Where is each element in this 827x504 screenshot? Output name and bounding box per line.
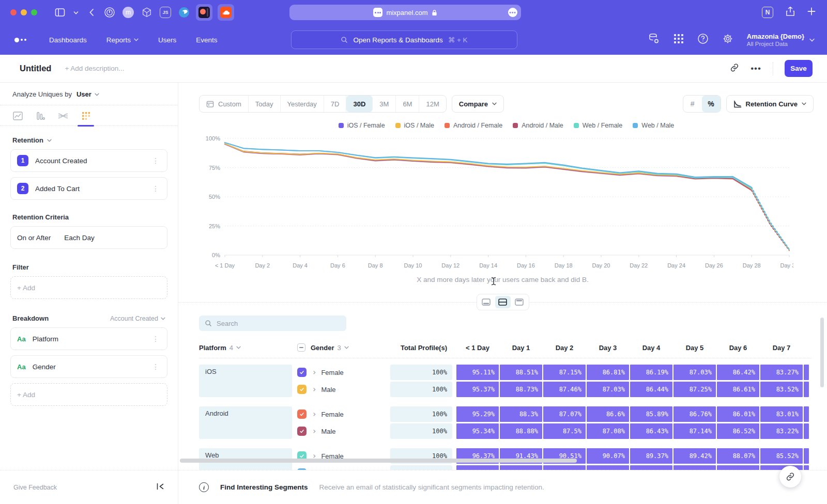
patreon-icon[interactable] (196, 4, 212, 21)
nav-dashboards[interactable]: Dashboards (49, 36, 87, 44)
report-title[interactable]: Untitled (20, 64, 51, 73)
kebab-menu-icon[interactable]: ⋮ (150, 156, 161, 165)
retention-step-1[interactable]: 1 Account Created ⋮ (10, 149, 167, 172)
tab-flows[interactable] (52, 106, 74, 125)
retention-step-2[interactable]: 2 Added To Cart ⋮ (10, 177, 167, 200)
notion-icon[interactable]: N (762, 7, 773, 18)
gender-column-header[interactable]: Gender 3 (297, 343, 390, 352)
settings-gear-icon[interactable] (722, 33, 733, 46)
day-column-header[interactable]: Day 2 (543, 344, 586, 352)
row-checkbox[interactable] (297, 385, 307, 394)
day-column-header[interactable]: Day 4 (630, 344, 672, 352)
retention-section-header[interactable]: Retention (12, 136, 165, 144)
table-search-input[interactable]: Search (199, 316, 346, 331)
url-bar[interactable]: mixpanel.com ••• (289, 5, 521, 20)
range-yesterday[interactable]: Yesterday (281, 96, 324, 112)
js-icon[interactable]: JS (159, 6, 172, 19)
legend-ios-male[interactable]: iOS / Male (395, 121, 434, 130)
retention-criteria-card[interactable]: On or After Each Day (10, 226, 167, 249)
new-tab-icon[interactable] (807, 7, 816, 18)
collapse-sidebar-icon[interactable] (156, 483, 164, 492)
analyze-uniques-row[interactable]: Analyze Uniques by User (0, 83, 178, 105)
minimize-window-icon[interactable] (21, 9, 27, 15)
chevron-down-icon[interactable] (73, 11, 79, 14)
range-12m[interactable]: 12M (419, 96, 446, 112)
m-avatar-icon[interactable]: m (121, 6, 135, 19)
nav-users[interactable]: Users (158, 36, 176, 44)
kebab-menu-icon[interactable]: ⋮ (150, 335, 161, 343)
mixpanel-logo[interactable] (14, 38, 26, 42)
share-icon[interactable] (786, 6, 795, 19)
layout-chart-only-button[interactable] (479, 296, 494, 308)
global-search[interactable]: Open Reports & Dashboards ⌘ + K (291, 30, 517, 49)
range-30d[interactable]: 30D (346, 96, 373, 112)
soundcloud-icon[interactable] (218, 4, 234, 21)
share-link-fab[interactable] (779, 466, 801, 487)
legend-web-male[interactable]: Web / Male (633, 121, 674, 130)
day-column-header[interactable]: Day 6 (717, 344, 759, 352)
layout-split-button[interactable] (495, 296, 511, 308)
day-column-header[interactable]: Day 7 (760, 344, 803, 352)
day-column-header[interactable]: Day 3 (587, 344, 629, 352)
save-button[interactable]: Save (785, 60, 813, 77)
kebab-menu-icon[interactable]: ⋮ (150, 184, 161, 193)
expand-row-chevron-icon[interactable]: › (313, 427, 316, 435)
row-checkbox[interactable] (297, 468, 307, 470)
onepassword-icon[interactable] (103, 6, 116, 19)
more-options-icon[interactable]: ••• (751, 64, 761, 74)
tab-funnels[interactable] (29, 106, 52, 125)
range-custom[interactable]: Custom (200, 96, 249, 112)
horizontal-scrollbar[interactable] (180, 459, 577, 463)
expand-row-chevron-icon[interactable]: › (313, 385, 316, 393)
layout-table-only-button[interactable] (512, 296, 527, 308)
site-options-icon[interactable]: ••• (508, 8, 517, 17)
day-column-header[interactable]: < 1 Day (456, 344, 499, 352)
maximize-window-icon[interactable] (31, 9, 37, 15)
org-switcher[interactable]: Amazonia {Demo} All Project Data (747, 33, 815, 48)
tab-retention[interactable] (74, 106, 97, 125)
help-icon[interactable] (697, 33, 709, 46)
expand-row-chevron-icon[interactable]: › (313, 410, 316, 418)
row-checkbox[interactable] (297, 410, 307, 419)
breakdown-gender[interactable]: Aa Gender ⋮ (10, 355, 167, 378)
legend-android-male[interactable]: Android / Male (513, 121, 563, 130)
legend-ios-female[interactable]: iOS / Female (339, 121, 385, 130)
criteria-mode[interactable]: On or After (17, 234, 51, 242)
breakdown-event-selector[interactable]: Account Created (110, 315, 165, 322)
bird-icon[interactable] (177, 6, 191, 19)
range-today[interactable]: Today (249, 96, 281, 112)
unit-number-button[interactable]: # (683, 96, 702, 112)
add-breakdown-button[interactable]: + Add (10, 383, 167, 406)
unit-percent-button[interactable]: % (702, 96, 721, 112)
data-management-icon[interactable] (648, 33, 660, 47)
range-7d[interactable]: 7D (324, 96, 347, 112)
close-window-icon[interactable] (10, 9, 17, 15)
find-segments-button[interactable]: Find Interesting Segments (220, 483, 308, 491)
chart-type-selector[interactable]: Retention Curve (726, 95, 814, 113)
add-filter-button[interactable]: + Add (10, 276, 167, 299)
copy-link-icon[interactable] (730, 63, 739, 74)
analyze-value[interactable]: User (76, 90, 91, 98)
nav-events[interactable]: Events (196, 36, 217, 44)
vertical-scrollbar[interactable] (820, 318, 824, 387)
legend-android-female[interactable]: Android / Female (445, 121, 502, 130)
add-description[interactable]: + Add description... (65, 65, 124, 72)
day-column-header[interactable]: Day 5 (673, 344, 716, 352)
legend-web-female[interactable]: Web / Female (574, 121, 623, 130)
expand-row-chevron-icon[interactable]: › (313, 469, 316, 470)
criteria-interval[interactable]: Each Day (64, 234, 95, 242)
platform-column-header[interactable]: Platform 4 (199, 344, 297, 352)
range-6m[interactable]: 6M (396, 96, 419, 112)
row-checkbox[interactable] (297, 368, 307, 377)
sidebar-toggle-icon[interactable] (55, 8, 65, 17)
range-3m[interactable]: 3M (373, 96, 396, 112)
compare-button[interactable]: Compare (452, 95, 504, 113)
kebab-menu-icon[interactable]: ⋮ (150, 363, 161, 371)
nav-reports[interactable]: Reports (106, 36, 139, 44)
apps-grid-icon[interactable] (673, 34, 684, 46)
tab-insights[interactable] (6, 106, 29, 125)
cube-icon[interactable] (140, 6, 154, 19)
day-column-header[interactable]: Day 1 (500, 344, 542, 352)
back-icon[interactable] (89, 8, 94, 17)
select-all-checkbox[interactable] (297, 343, 305, 352)
